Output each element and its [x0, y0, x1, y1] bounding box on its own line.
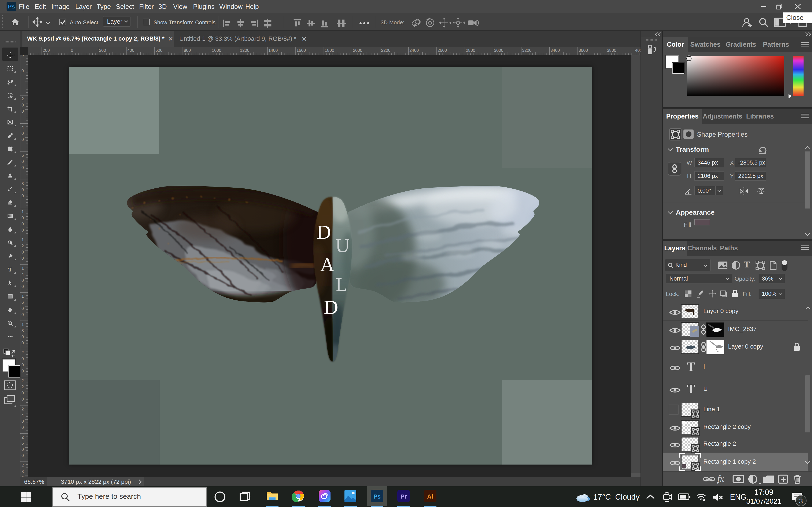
svg-text:Ps: Ps [373, 493, 380, 500]
svg-text:D: D [323, 296, 338, 319]
svg-text:Pr: Pr [401, 493, 407, 500]
svg-text:D: D [316, 221, 331, 243]
svg-text:A: A [320, 253, 335, 275]
svg-text:U: U [336, 234, 350, 256]
svg-text:Ai: Ai [427, 493, 433, 500]
svg-text:L: L [336, 273, 347, 295]
svg-text:T: T [8, 266, 12, 273]
